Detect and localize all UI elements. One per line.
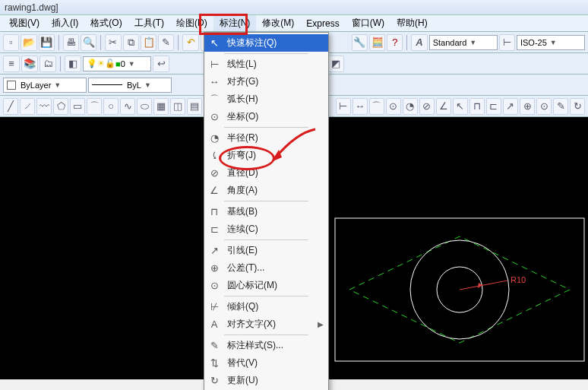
mi-oblique[interactable]: ⊬倾斜(Q) — [204, 298, 328, 315]
menu-separator — [224, 239, 308, 240]
dim-leader-icon[interactable]: ↗ — [503, 98, 518, 115]
copy-icon[interactable]: ⧉ — [123, 34, 139, 51]
linetype-combo[interactable]: ByL ▼ — [88, 78, 172, 93]
table-icon[interactable]: ▤ — [187, 98, 202, 115]
rect-icon[interactable]: ▭ — [70, 98, 85, 115]
override-icon: ⇅ — [207, 357, 221, 369]
menu-help[interactable]: 帮助(H) — [390, 15, 434, 31]
mi-override[interactable]: ⇅替代(V) — [204, 354, 328, 372]
mi-angular[interactable]: ∠角度(A) — [204, 182, 328, 199]
menu-modify[interactable]: 修改(M) — [256, 15, 300, 31]
menu-separator — [224, 53, 308, 54]
layerstates-icon[interactable]: 🗂 — [40, 55, 56, 72]
help-icon[interactable]: ? — [387, 34, 403, 51]
dimstyle-combo[interactable]: ISO-25 ▼ — [517, 35, 585, 50]
arc-icon[interactable]: ⌒ — [87, 98, 102, 115]
dimstyle-icon[interactable]: ⊢ — [499, 34, 515, 51]
pline-icon[interactable]: 〰 — [36, 98, 52, 115]
color-value: ByLayer — [21, 81, 51, 90]
mi-baseline[interactable]: ⊓基线(B) — [204, 203, 328, 220]
mi-arclength[interactable]: ⌒弧长(H) — [204, 90, 328, 108]
tool-icon[interactable]: 🔧 — [352, 34, 368, 51]
mi-tolerance[interactable]: ⊕公差(T)... — [204, 259, 328, 277]
open-icon[interactable]: 📂 — [21, 34, 36, 51]
menu-window[interactable]: 窗口(W) — [346, 15, 390, 31]
ellipse-icon[interactable]: ⬭ — [137, 98, 152, 115]
continue-icon: ⊏ — [207, 224, 221, 236]
linear-icon: ⊢ — [207, 59, 221, 71]
layer-prev-icon[interactable]: ↩ — [153, 55, 169, 72]
svg-line-4 — [460, 281, 507, 290]
layermgr-icon[interactable]: ◧ — [65, 55, 81, 72]
menu-draw[interactable]: 绘图(D) — [170, 15, 213, 31]
mi-update[interactable]: ↻更新(U) — [204, 372, 328, 389]
line-icon[interactable]: ╱ — [3, 98, 18, 115]
dim-center-icon[interactable]: ⊙ — [536, 98, 552, 115]
mi-label: 半径(R) — [227, 132, 258, 144]
menu-express[interactable]: Express — [300, 17, 345, 30]
paste-icon[interactable]: 📋 — [141, 34, 156, 51]
dim-linear-icon[interactable]: ⊢ — [336, 98, 351, 115]
mi-aligntext[interactable]: A对齐文字(X)▶ — [204, 315, 328, 333]
preview-icon[interactable]: 🔍 — [81, 34, 96, 51]
new-icon[interactable]: ▫ — [3, 34, 19, 51]
dim-tol-icon[interactable]: ⊕ — [520, 98, 535, 115]
separator — [60, 56, 61, 71]
dim-dia-icon[interactable]: ⊘ — [419, 98, 435, 115]
region-icon[interactable]: ◫ — [170, 98, 185, 115]
dim-edit-icon[interactable]: ✎ — [553, 98, 568, 115]
mi-leader[interactable]: ↗引线(E) — [204, 242, 328, 259]
dim-arc-icon[interactable]: ⌒ — [369, 98, 384, 115]
layerprops-icon[interactable]: 📚 — [21, 55, 38, 72]
print-icon[interactable]: 🖶 — [63, 34, 79, 51]
dim-ord-icon[interactable]: ⊙ — [386, 98, 401, 115]
spline-icon[interactable]: ∿ — [120, 98, 135, 115]
save-icon[interactable]: 💾 — [39, 34, 55, 51]
color-swatch — [7, 81, 16, 90]
textstyle-icon[interactable]: A — [411, 34, 427, 51]
menu-insert[interactable]: 插入(I) — [46, 15, 84, 31]
mi-ordinate[interactable]: ⊙坐标(O) — [204, 108, 328, 125]
mi-quickdim[interactable]: ↖ 快速标注(Q) — [204, 34, 328, 52]
cline-icon[interactable]: ⟋ — [20, 98, 35, 115]
mi-linear[interactable]: ⊢线性(L) — [204, 55, 328, 73]
linetype-line — [92, 84, 122, 85]
dim-quick-icon[interactable]: ↖ — [453, 98, 468, 115]
undo-icon[interactable]: ↶ — [182, 34, 198, 51]
mi-dimstyle[interactable]: ✎标注样式(S)... — [204, 337, 328, 354]
textstyle-combo[interactable]: Standard ▼ — [429, 35, 498, 50]
mi-radius[interactable]: ◔半径(R) — [204, 129, 328, 147]
menu-format[interactable]: 格式(O) — [84, 15, 128, 31]
mi-continue[interactable]: ⊏连续(C) — [204, 220, 328, 238]
dim-base-icon[interactable]: ⊓ — [469, 98, 485, 115]
dim-update-icon[interactable]: ↻ — [570, 98, 585, 115]
dim-angle-icon[interactable]: ∠ — [436, 98, 451, 115]
mi-label: 标注样式(S)... — [227, 339, 283, 352]
mi-label: 引线(E) — [227, 244, 258, 257]
dim-aligned-icon[interactable]: ↔ — [352, 98, 368, 115]
menu-tools[interactable]: 工具(T) — [128, 15, 170, 31]
hatch-icon[interactable]: ▦ — [153, 98, 169, 115]
dim-radius-icon[interactable]: ◔ — [403, 98, 418, 115]
mi-centermark[interactable]: ⊙圆心标记(M) — [204, 277, 328, 294]
mi-diameter[interactable]: ⊘直径(D) — [204, 164, 328, 182]
menu-view[interactable]: 视图(V) — [3, 15, 46, 31]
layer-combo[interactable]: 💡 ☀ 🔓 ■ 0 ▼ — [83, 56, 151, 71]
mi-label: 基线(B) — [227, 205, 258, 218]
match-icon[interactable]: ✎ — [158, 34, 174, 51]
circle-icon[interactable]: ○ — [103, 98, 119, 115]
menu-dimension[interactable]: 标注(N) — [213, 15, 257, 31]
mi-jogged[interactable]: ⤹折弯(J) — [204, 147, 328, 164]
title-bar: rawing1.dwg] — [0, 0, 588, 15]
mi-aligned[interactable]: ↔对齐(G) — [204, 73, 328, 90]
cut-icon[interactable]: ✂ — [105, 34, 121, 51]
polygon-icon[interactable]: ⬠ — [53, 98, 68, 115]
color-combo[interactable]: ByLayer ▼ — [3, 78, 87, 93]
lock-icon: 🔓 — [105, 59, 115, 68]
dim-cont-icon[interactable]: ⊏ — [486, 98, 501, 115]
chevron-down-icon: ▼ — [550, 39, 557, 46]
dimstyle-icon: ✎ — [207, 340, 221, 352]
insert-icon[interactable]: ◩ — [327, 55, 344, 72]
calc-icon[interactable]: 🧮 — [369, 34, 385, 51]
layers-icon[interactable]: ≡ — [3, 55, 20, 72]
